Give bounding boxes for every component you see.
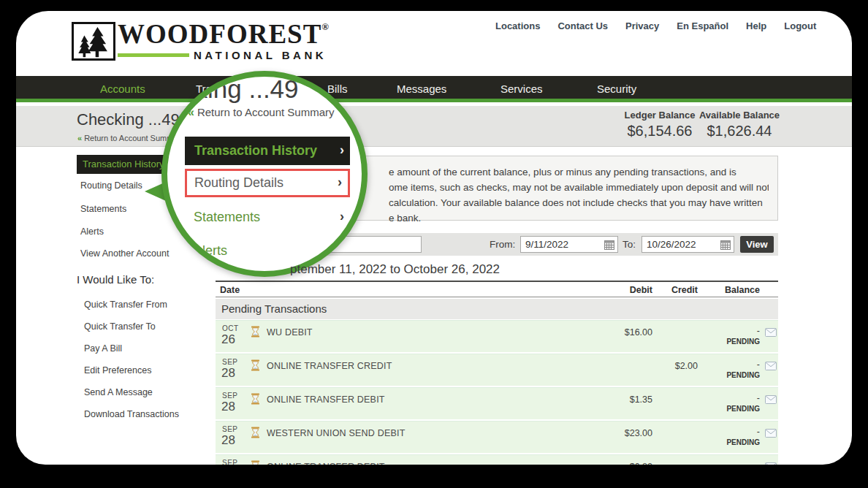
- envelope-icon[interactable]: [765, 360, 777, 373]
- woodforest-trees-logo-icon: [72, 22, 115, 61]
- transaction-row: SEP28ONLINE TRANSFER CREDIT$2.00-PENDING: [216, 354, 778, 386]
- sidebar-item-alerts[interactable]: Alerts: [80, 226, 104, 237]
- info-text-line: e bank.: [389, 210, 769, 226]
- sidebar-item-routing-details[interactable]: Routing Details: [80, 180, 142, 191]
- tx-debit-amount: $23.00: [595, 428, 652, 438]
- nav-item-services[interactable]: Services: [500, 76, 543, 102]
- tx-description[interactable]: WESTERN UNION SEND DEBIT: [267, 428, 406, 438]
- view-button[interactable]: View: [740, 236, 774, 253]
- transaction-row: OCT26WU DEBIT$16.00-PENDING: [216, 320, 778, 352]
- tx-description[interactable]: WU DEBIT: [267, 327, 313, 338]
- available-balance: Available Balance $1,626.44: [698, 110, 780, 140]
- topbar-link-help[interactable]: Help: [746, 20, 766, 31]
- hourglass-pending-icon: [251, 359, 260, 374]
- hourglass-pending-icon: [251, 393, 260, 408]
- tx-balance: -: [709, 326, 760, 336]
- sidebar-action-edit-preferences[interactable]: Edit Preferences: [84, 365, 151, 375]
- nav-item-accounts[interactable]: Accounts: [100, 76, 145, 102]
- tx-month: SEP: [222, 358, 238, 366]
- topbar-link-en-espa-ol[interactable]: En Español: [677, 20, 728, 31]
- tx-day: 28: [221, 433, 235, 448]
- tx-debit-amount: $16.00: [595, 327, 652, 338]
- tx-status-pending: PENDING: [694, 438, 760, 446]
- sidebar-action-download-transactions[interactable]: Download Transactions: [84, 409, 179, 419]
- utility-nav: LocationsContact UsPrivacyEn EspañolHelp…: [495, 20, 816, 31]
- sidebar-item-statements[interactable]: Statements: [80, 204, 126, 214]
- lens-menu-item-statements[interactable]: Statements›: [185, 206, 350, 228]
- nav-item-security[interactable]: Security: [597, 76, 636, 102]
- tx-balance: -: [709, 393, 760, 403]
- tx-credit-amount: $2.00: [655, 361, 698, 371]
- date-column-header: Date: [220, 285, 240, 295]
- from-date-field[interactable]: [520, 236, 618, 253]
- back-chevrons-icon: «: [77, 134, 82, 142]
- sidebar-action-pay-a-bill[interactable]: Pay A Bill: [84, 343, 122, 354]
- sidebar-action-quick-transfer-from[interactable]: Quick Transfer From: [84, 300, 167, 310]
- logo-green-underline: [118, 53, 189, 57]
- calendar-icon[interactable]: [720, 240, 731, 253]
- lens-menu-item-routing-details[interactable]: Routing Details›: [185, 169, 350, 197]
- magnifier-lens: cking ...49 «Return to Account Summary T…: [161, 71, 368, 277]
- sidebar-action-send-a-message[interactable]: Send A Message: [84, 387, 153, 397]
- topbar-link-locations[interactable]: Locations: [495, 20, 540, 31]
- browser-window: LocationsContact UsPrivacyEn EspañolHelp…: [16, 11, 852, 465]
- tx-description[interactable]: ONLINE TRANSFER DEBIT: [267, 394, 385, 405]
- transactions-header-row: Date Debit Credit Balance: [216, 281, 778, 297]
- ledger-balance: Ledger Balance $6,154.66: [619, 110, 701, 140]
- topbar-link-logout[interactable]: Logout: [784, 20, 816, 31]
- chevron-right-icon: ›: [338, 170, 342, 194]
- info-text-line: calculation. Your available balance does…: [389, 195, 769, 210]
- back-chevrons-icon: «: [188, 106, 194, 118]
- nav-item-messages[interactable]: Messages: [397, 76, 446, 102]
- available-balance-label: Available Balance: [698, 110, 780, 121]
- ledger-balance-value: $6,154.66: [619, 123, 701, 140]
- lens-menu-item-label: Alerts: [194, 243, 227, 258]
- topbar-link-contact-us[interactable]: Contact Us: [557, 20, 608, 31]
- topbar-link-privacy[interactable]: Privacy: [625, 20, 659, 31]
- tx-status-pending: PENDING: [694, 338, 760, 346]
- hourglass-pending-icon: [251, 427, 260, 441]
- sidebar-item-transaction-history[interactable]: Transaction History: [77, 155, 172, 174]
- page-title: Checking ...49: [77, 110, 180, 129]
- tx-debit-amount: $0.82: [595, 462, 652, 465]
- transactions-list: OCT26WU DEBIT$16.00-PENDINGSEP28ONLINE T…: [216, 320, 778, 465]
- envelope-icon[interactable]: [765, 461, 777, 465]
- tx-month: SEP: [222, 425, 238, 433]
- tx-status-pending: PENDING: [694, 371, 760, 379]
- lens-return-link[interactable]: «Return to Account Summary: [188, 106, 335, 119]
- lens-menu-item-transaction-history[interactable]: Transaction History›: [185, 137, 350, 165]
- logo-word-text: WOODFOREST: [118, 19, 321, 49]
- tx-balance: -: [709, 427, 760, 437]
- logo-wordmark: WOODFOREST®: [118, 18, 330, 50]
- info-text-line: e amount of the current balance, plus or…: [389, 164, 769, 180]
- transaction-row: SEP28WESTERN UNION SEND DEBIT$23.00-PEND…: [216, 421, 778, 453]
- registered-mark: ®: [321, 21, 330, 32]
- debit-column-header: Debit: [610, 285, 652, 295]
- sidebar-item-view-another-account[interactable]: View Another Account: [80, 248, 169, 259]
- tx-balance: -: [709, 359, 760, 370]
- envelope-icon[interactable]: [765, 394, 777, 407]
- tx-description[interactable]: ONLINE TRANSFER DEBIT: [267, 462, 385, 465]
- transaction-row: SEP28ONLINE TRANSFER DEBIT$1.35-PENDING: [216, 387, 778, 419]
- sidebar-action-quick-transfer-to[interactable]: Quick Transfer To: [84, 321, 156, 332]
- lens-menu-item-label: Statements: [194, 210, 260, 224]
- available-balance-value: $1,626.44: [698, 123, 780, 140]
- to-date-field[interactable]: [642, 236, 734, 253]
- credit-column-header: Credit: [655, 285, 698, 295]
- tx-month: SEP: [222, 392, 238, 400]
- calendar-icon[interactable]: [604, 240, 614, 253]
- info-text-line: ome items, such as checks, may not be av…: [389, 180, 769, 195]
- tx-balance: -: [709, 460, 760, 465]
- envelope-icon[interactable]: [765, 427, 777, 441]
- lens-menu-item-alerts[interactable]: Alerts›: [185, 240, 350, 262]
- from-date-input[interactable]: [521, 237, 617, 252]
- envelope-icon[interactable]: [765, 327, 777, 340]
- account-header-band: Checking ...49 «Return to Account Summar…: [16, 106, 852, 147]
- transaction-row: SEPONLINE TRANSFER DEBIT$0.82-: [216, 454, 778, 465]
- to-label: To:: [623, 239, 636, 250]
- main-nav: AccountsTraBillsMessagesServicesSecurity: [16, 76, 852, 102]
- tx-description[interactable]: ONLINE TRANSFER CREDIT: [267, 361, 392, 371]
- chevron-right-icon: ›: [340, 135, 344, 164]
- lens-return-label: Return to Account Summary: [197, 106, 335, 118]
- from-label: From:: [490, 239, 515, 250]
